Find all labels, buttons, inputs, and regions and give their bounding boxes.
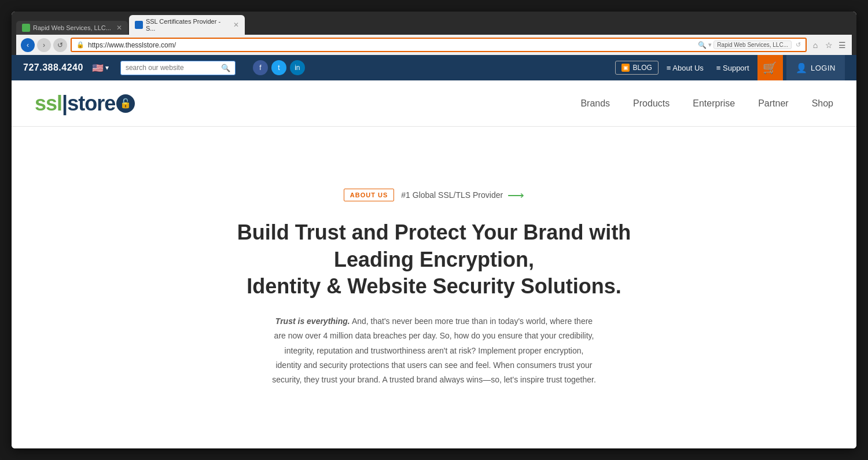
cart-button[interactable]: 🛒: [757, 55, 783, 80]
tab-favicon-1: [22, 24, 30, 32]
browser-window: Rapid Web Services, LLC... ✕ SSL Certifi…: [12, 12, 856, 448]
tab-close-2[interactable]: ✕: [233, 21, 239, 28]
search-icon: 🔍: [698, 41, 707, 49]
nav-enterprise[interactable]: Enterprise: [693, 98, 735, 109]
browser-tab-2[interactable]: SSL Certificates Provider - S... ✕: [129, 15, 245, 35]
login-button[interactable]: 👤 LOGIN: [786, 55, 845, 80]
rss-icon: ▣: [621, 64, 630, 72]
browser-icons: ⌂ ☆ ☰: [810, 40, 847, 50]
menu-icon[interactable]: ☰: [837, 40, 847, 50]
browser-tab-1[interactable]: Rapid Web Services, LLC... ✕: [16, 21, 128, 35]
logo-area[interactable]: ssl|store 🔓: [35, 91, 135, 116]
tagline: #1 Global SSL/TLS Provider ⟶: [401, 188, 524, 202]
search-submit-icon[interactable]: 🔍: [221, 64, 230, 72]
about-us-label: ≡ About Us: [667, 64, 704, 72]
nav-links: Brands Products Enterprise Partner Shop: [580, 98, 833, 109]
nav-shop[interactable]: Shop: [812, 98, 833, 109]
star-icon[interactable]: ☆: [823, 40, 834, 50]
main-nav: ssl|store 🔓 Brands Products Enterprise P…: [12, 80, 856, 127]
forward-button[interactable]: ›: [37, 38, 51, 52]
facebook-icon[interactable]: f: [253, 60, 268, 75]
flag-selector[interactable]: 🇺🇸 ▾: [92, 62, 109, 73]
logo-lock: 🔓: [116, 94, 135, 113]
user-icon: 👤: [796, 62, 808, 73]
refresh-icon: ↺: [796, 41, 801, 49]
nav-partner[interactable]: Partner: [758, 98, 788, 109]
tab-label-1: Rapid Web Services, LLC...: [33, 24, 111, 31]
arrow-icon: ▾: [708, 41, 712, 49]
hero-body-text: And, that's never been more true than in…: [272, 317, 596, 384]
flag-icon: 🇺🇸: [92, 62, 104, 73]
search-bar[interactable]: 🔍: [120, 61, 236, 75]
linkedin-icon[interactable]: in: [290, 60, 305, 75]
blog-label: BLOG: [632, 64, 652, 72]
tab-favicon-2: [135, 21, 143, 29]
hero-title-line2: Identity & Website Security Solutions.: [247, 274, 621, 298]
home-icon[interactable]: ⌂: [810, 40, 821, 50]
cart-icon: 🛒: [763, 61, 777, 75]
tab-bar: Rapid Web Services, LLC... ✕ SSL Certifi…: [16, 15, 852, 35]
logo-text: ssl|store: [35, 91, 115, 116]
utility-bar: 727.388.4240 🇺🇸 ▾ 🔍 f t in ▣ BLOG ≡ Abou…: [12, 55, 856, 80]
utility-right: ▣ BLOG ≡ About Us ≡ Support 🛒 👤 LOGIN: [615, 55, 845, 80]
hero-title: Build Trust and Protect Your Brand with …: [231, 219, 637, 300]
tab-label-2: SSL Certificates Provider - S...: [146, 18, 228, 32]
hero-title-line1: Build Trust and Protect Your Brand with …: [237, 220, 631, 271]
browser-chrome: Rapid Web Services, LLC... ✕ SSL Certifi…: [12, 12, 856, 55]
hero-area: ABOUT US #1 Global SSL/TLS Provider ⟶ Bu…: [12, 127, 856, 448]
hero-body: Trust is everything. And, that's never b…: [272, 314, 596, 387]
blog-button[interactable]: ▣ BLOG: [615, 61, 658, 75]
hero-body-italic: Trust is everything.: [275, 317, 350, 326]
logo-store: store: [67, 91, 115, 115]
url-text: https://www.thesslstore.com/: [88, 41, 176, 49]
about-us-badge: ABOUT US: [344, 189, 394, 201]
ssl-lock-icon: 🔒: [76, 41, 84, 49]
phone-number: 727.388.4240: [23, 62, 83, 73]
address-bar[interactable]: 🔒 https://www.thesslstore.com/ 🔍 ▾ Rapid…: [71, 38, 807, 52]
tab-close-1[interactable]: ✕: [116, 24, 122, 31]
nav-products[interactable]: Products: [633, 98, 670, 109]
about-badge-row: ABOUT US #1 Global SSL/TLS Provider ⟶: [344, 188, 524, 202]
flag-dropdown-arrow: ▾: [105, 64, 109, 72]
logo-pipe: |: [62, 91, 67, 115]
twitter-icon[interactable]: t: [271, 60, 286, 75]
nav-brands[interactable]: Brands: [580, 98, 610, 109]
support-nav[interactable]: ≡ Support: [712, 61, 754, 75]
logo-ssl: ssl: [35, 91, 62, 115]
search-input[interactable]: [126, 64, 218, 72]
support-label: ≡ Support: [716, 64, 749, 72]
company-badge: Rapid Web Services, LLC...: [713, 41, 792, 49]
arrow-right-icon: ⟶: [507, 188, 524, 202]
about-us-nav[interactable]: ≡ About Us: [662, 61, 708, 75]
reload-button[interactable]: ↺: [53, 38, 67, 52]
address-bar-row: ‹ › ↺ 🔒 https://www.thesslstore.com/ 🔍 ▾…: [16, 35, 852, 55]
lock-icon: 🔓: [120, 98, 131, 109]
tagline-text: #1 Global SSL/TLS Provider: [401, 190, 503, 200]
login-label: LOGIN: [811, 64, 836, 72]
address-bar-actions: 🔍 ▾ Rapid Web Services, LLC... ↺: [698, 41, 801, 49]
social-icons: f t in: [253, 60, 305, 75]
back-button[interactable]: ‹: [21, 38, 35, 52]
nav-buttons: ‹ › ↺: [21, 38, 67, 52]
